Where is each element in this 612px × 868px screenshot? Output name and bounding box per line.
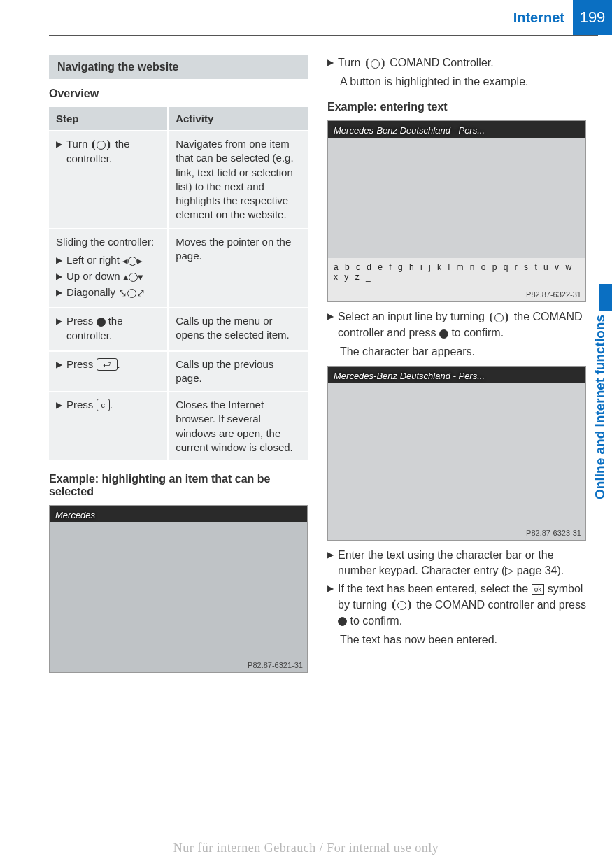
triangle-icon: ▶ <box>327 55 334 71</box>
slide-ud-icon: ▴▾ <box>123 270 143 284</box>
activity-text: Moves the pointer on the page. <box>168 229 308 308</box>
table-row: ▶ Press c. Closes the Internet browser. … <box>49 392 308 460</box>
instruction-step: ▶ Select an input line by turning ⦗⦘ the… <box>327 309 586 341</box>
turn-knob-icon: ⦗⦘ <box>390 597 413 613</box>
step-text: Left or right ◂▸ <box>66 253 143 268</box>
left-column: Navigating the website Overview Step Act… <box>49 55 308 680</box>
instruction-result: The character bar appears. <box>340 344 586 360</box>
instruction-result: The text has now been entered. <box>340 632 586 648</box>
character-bar: a b c d e f g h i j k l m n o p q r s t … <box>334 262 580 282</box>
activity-text: Navigates from one item that can be sele… <box>168 131 308 229</box>
press-knob-icon <box>338 613 347 629</box>
c-button-icon: c <box>97 399 111 411</box>
press-knob-icon <box>439 326 448 341</box>
instruction-step: ▶ Turn ⦗⦘ COMAND Controller. <box>327 55 586 71</box>
table-row: Sliding the controller: ▶ Left or right … <box>49 229 308 308</box>
activity-text: Calls up the previous page. <box>168 351 308 392</box>
slide-lr-icon: ◂▸ <box>122 254 143 268</box>
triangle-icon: ▶ <box>56 285 62 299</box>
triangle-icon: ▶ <box>327 581 334 629</box>
page-header: Internet 199 <box>0 0 612 35</box>
triangle-icon: ▶ <box>56 398 62 412</box>
table-row: ▶ Turn ⦗⦘ the controller. Navigates from… <box>49 131 308 229</box>
triangle-icon: ▶ <box>56 314 62 328</box>
screenshot-windowtitle: Mercedes-Benz Deutschland - Pers... <box>334 125 485 136</box>
step-text: Turn ⦗⦘ the controller. <box>66 137 160 166</box>
section-banner: Navigating the website <box>49 55 308 79</box>
turn-knob-icon: ⦗⦘ <box>364 56 387 71</box>
watermark-text: Nur für internen Gebrauch / For internal… <box>0 841 612 855</box>
image-caption: P82.87-6321-31 <box>248 661 303 669</box>
table-row: ▶ Press ⮐. Calls up the previous page. <box>49 351 308 392</box>
back-button-icon: ⮐ <box>97 358 118 371</box>
screenshot-highlight-item: Mercedes P82.87-6321-31 <box>49 505 308 673</box>
right-column: ▶ Turn ⦗⦘ COMAND Controller. A button is… <box>327 55 586 680</box>
content-area: Navigating the website Overview Step Act… <box>0 36 612 680</box>
overview-heading: Overview <box>49 87 308 100</box>
instruction-result: A button is highlighted in the example. <box>340 74 586 90</box>
triangle-icon: ▶ <box>56 269 62 283</box>
thumb-tab-mark <box>599 284 612 311</box>
activity-text: Calls up the menu or opens the selected … <box>168 308 308 350</box>
header-title: Internet <box>513 0 573 35</box>
instruction-step: ▶ Enter the text using the character bar… <box>327 548 586 579</box>
col-activity: Activity <box>168 107 308 131</box>
screenshot-windowtitle: Mercedes-Benz Deutschland - Pers... <box>334 371 485 381</box>
table-header-row: Step Activity <box>49 107 308 131</box>
step-text: Press c. <box>66 398 113 412</box>
col-step: Step <box>49 107 168 131</box>
instruction-step: ▶ If the text has been entered, select t… <box>327 581 586 629</box>
triangle-icon: ▶ <box>327 548 334 579</box>
turn-knob-icon: ⦗⦘ <box>488 310 511 325</box>
triangle-icon: ▶ <box>327 309 334 341</box>
image-caption: P82.87-6323-31 <box>526 529 581 537</box>
step-text: Diagonally ⤡⤢ <box>66 285 145 300</box>
example-heading: Example: highlighting an item that can b… <box>49 473 308 498</box>
step-text: Press the controller. <box>66 314 160 343</box>
screenshot-windowtitle: Mercedes <box>55 510 95 520</box>
row-intro: Sliding the controller: <box>56 235 160 249</box>
thumb-tab-label: Online and Internet functions <box>588 308 612 506</box>
image-caption: P82.87-6322-31 <box>526 290 581 299</box>
step-text: Up or down ▴▾ <box>66 269 143 284</box>
triangle-icon: ▶ <box>56 357 62 371</box>
step-text: Press ⮐. <box>66 357 120 371</box>
activity-text: Closes the Internet browser. If several … <box>168 392 308 460</box>
example-entering-text-heading: Example: entering text <box>327 101 586 113</box>
table-row: ▶ Press the controller. Calls up the men… <box>49 308 308 350</box>
page-number: 199 <box>573 0 612 35</box>
screenshot-enter-text-2: Mercedes-Benz Deutschland - Pers... P82.… <box>327 366 586 541</box>
triangle-icon: ▶ <box>56 253 62 267</box>
overview-table: Step Activity ▶ Turn ⦗⦘ the controller. … <box>49 107 308 460</box>
press-knob-icon <box>97 315 106 329</box>
screenshot-enter-text-1: Mercedes-Benz Deutschland - Pers... a b … <box>327 120 586 302</box>
ok-symbol-icon: ok <box>532 584 545 595</box>
turn-knob-icon: ⦗⦘ <box>90 138 112 152</box>
triangle-icon: ▶ <box>56 137 62 151</box>
slide-diag-icon: ⤡⤢ <box>118 286 145 300</box>
